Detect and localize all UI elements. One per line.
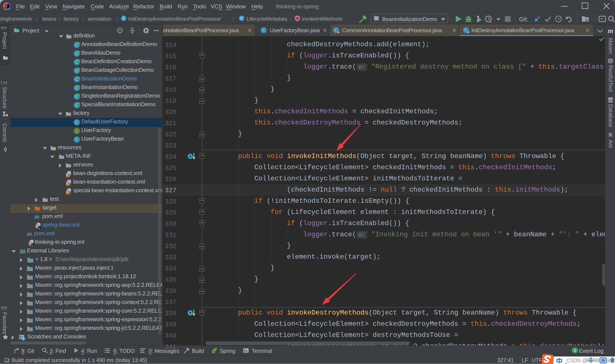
svg-text:IJ: IJ — [5, 4, 7, 7]
svg-text:1: 1 — [574, 348, 576, 353]
